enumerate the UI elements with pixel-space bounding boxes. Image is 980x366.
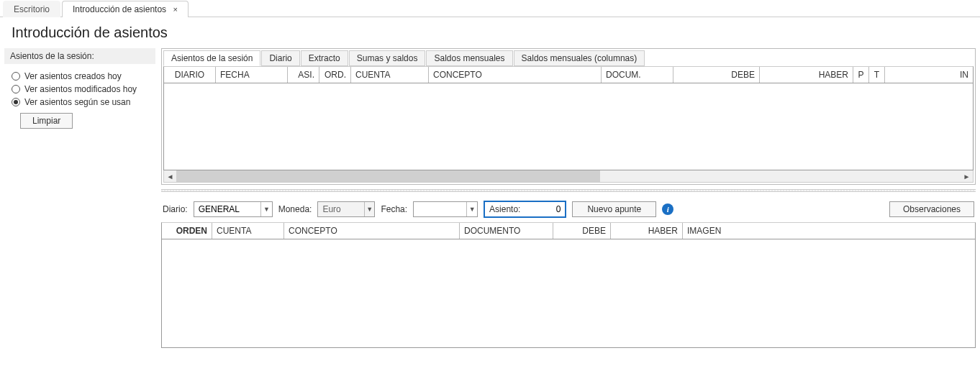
page-title: Introducción de asientos: [0, 17, 980, 48]
col-p[interactable]: P: [853, 67, 869, 83]
diario-input[interactable]: [194, 203, 261, 216]
col-cuenta[interactable]: CUENTA: [351, 67, 429, 83]
radio-modified-today[interactable]: Ver asientos modificados hoy: [12, 83, 148, 96]
fecha-combo[interactable]: ▼: [413, 201, 478, 217]
col-diario[interactable]: DIARIO: [164, 67, 216, 83]
close-icon[interactable]: ×: [173, 5, 177, 14]
asiento-group: Asiento:: [484, 201, 566, 218]
chevron-down-icon[interactable]: ▼: [260, 202, 271, 216]
observaciones-button[interactable]: Observaciones: [889, 201, 974, 217]
col-debe[interactable]: DEBE: [673, 67, 760, 83]
radio-icon: [12, 72, 20, 81]
sub-tab-session[interactable]: Asientos de la sesión: [163, 50, 260, 66]
moneda-input: [318, 203, 364, 216]
sub-tab-sumas[interactable]: Sumas y saldos: [349, 50, 426, 66]
session-sidebar: Asientos de la sesión: Ver asientos crea…: [4, 48, 155, 348]
top-tab-label: Introducción de asientos: [73, 4, 166, 14]
entry-grid-body[interactable]: [162, 239, 975, 347]
top-tab-label: Escritorio: [14, 4, 50, 14]
sidebar-header: Asientos de la sesión:: [4, 48, 155, 64]
limpiar-button[interactable]: Limpiar: [20, 113, 73, 129]
session-grid: DIARIO FECHA ASI. ORD. CUENTA CONCEPTO D…: [163, 66, 974, 170]
col-haber2[interactable]: HABER: [611, 223, 683, 239]
splitter[interactable]: [161, 189, 976, 192]
radio-label: Ver asientos según se usan: [24, 97, 130, 107]
radio-created-today[interactable]: Ver asientos creados hoy: [12, 70, 148, 83]
col-asi[interactable]: ASI.: [288, 67, 319, 83]
top-tab-bar: Escritorio Introducción de asientos ×: [0, 0, 980, 17]
fecha-label: Fecha:: [381, 204, 407, 214]
col-debe2[interactable]: DEBE: [553, 223, 611, 239]
radio-label: Ver asientos modificados hoy: [24, 84, 137, 94]
asiento-input[interactable]: [526, 204, 561, 214]
entry-toolbar: Diario: ▼ Moneda: ▼ Fecha: ▼ Asiento: Nu…: [161, 196, 976, 222]
radio-icon: [12, 98, 20, 106]
sub-tab-bar: Asientos de la sesión Diario Extracto Su…: [163, 50, 974, 66]
col-docum[interactable]: DOCUM.: [602, 67, 673, 83]
col-cuenta2[interactable]: CUENTA: [212, 223, 284, 239]
sub-tab-diario[interactable]: Diario: [261, 50, 299, 66]
session-grid-header: DIARIO FECHA ASI. ORD. CUENTA CONCEPTO D…: [164, 67, 973, 83]
sub-tab-extracto[interactable]: Extracto: [301, 50, 348, 66]
diario-label: Diario:: [163, 204, 188, 214]
col-t[interactable]: T: [869, 67, 885, 83]
info-icon[interactable]: i: [662, 203, 673, 215]
scroll-track[interactable]: [176, 170, 961, 182]
asiento-label: Asiento:: [489, 204, 520, 214]
chevron-down-icon[interactable]: ▼: [466, 202, 477, 216]
top-tab-introduccion[interactable]: Introducción de asientos ×: [62, 1, 189, 17]
session-grid-body[interactable]: [164, 83, 973, 170]
radio-icon: [12, 85, 20, 93]
col-imagen[interactable]: IMAGEN: [683, 223, 975, 239]
sub-tab-saldos-cols[interactable]: Saldos mensuales (columnas): [514, 50, 645, 66]
scroll-left-icon[interactable]: ◄: [164, 170, 176, 183]
moneda-combo[interactable]: ▼: [317, 201, 375, 217]
col-orden[interactable]: ORDEN: [162, 223, 212, 239]
session-panel: Asientos de la sesión Diario Extracto Su…: [161, 48, 976, 185]
col-documento[interactable]: DOCUMENTO: [460, 223, 553, 239]
fecha-input[interactable]: [414, 203, 466, 216]
nuevo-apunte-button[interactable]: Nuevo apunte: [572, 201, 656, 217]
col-haber[interactable]: HABER: [760, 67, 853, 83]
diario-combo[interactable]: ▼: [194, 201, 273, 217]
scroll-right-icon[interactable]: ►: [961, 170, 973, 183]
moneda-label: Moneda:: [278, 204, 312, 214]
chevron-down-icon[interactable]: ▼: [364, 202, 374, 216]
scroll-thumb[interactable]: [176, 170, 600, 182]
col-concepto[interactable]: CONCEPTO: [429, 67, 602, 83]
sub-tab-saldos-mens[interactable]: Saldos mensuales: [426, 50, 512, 66]
radio-as-used[interactable]: Ver asientos según se usan: [12, 96, 148, 109]
col-concepto2[interactable]: CONCEPTO: [284, 223, 460, 239]
entry-grid: ORDEN CUENTA CONCEPTO DOCUMENTO DEBE HAB…: [161, 222, 976, 348]
col-ord[interactable]: ORD.: [319, 67, 351, 83]
entry-grid-header: ORDEN CUENTA CONCEPTO DOCUMENTO DEBE HAB…: [162, 223, 975, 239]
radio-label: Ver asientos creados hoy: [24, 71, 122, 81]
col-in[interactable]: IN: [885, 67, 973, 83]
col-fecha[interactable]: FECHA: [216, 67, 288, 83]
top-tab-escritorio[interactable]: Escritorio: [3, 1, 60, 17]
horizontal-scrollbar[interactable]: ◄ ►: [163, 170, 974, 183]
